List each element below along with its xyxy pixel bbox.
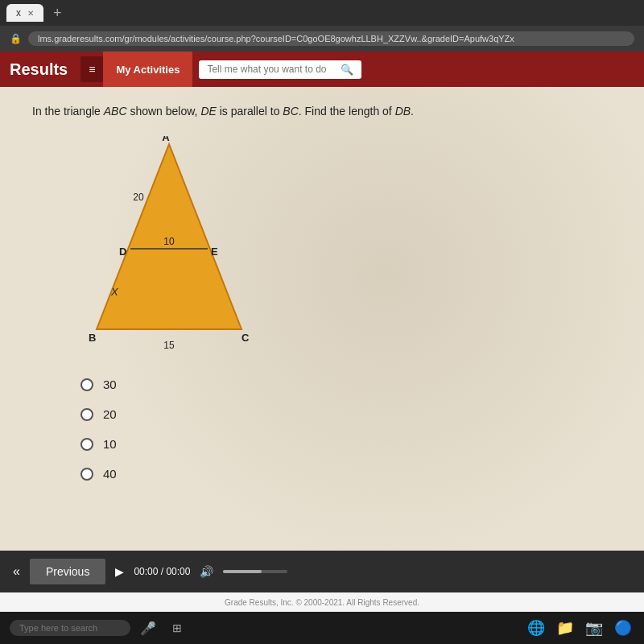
option-10-label: 10 [103,437,117,451]
option-10[interactable]: 10 [80,437,612,451]
search-input[interactable] [207,64,336,75]
main-content: In the triangle ABC shown below, DE is p… [0,87,644,554]
chrome-icon[interactable]: 🔵 [612,617,634,639]
my-activities-tab[interactable]: My Activities [103,52,192,87]
option-30[interactable]: 30 [80,378,612,391]
label-bc: 15 [163,340,175,351]
option-30-label: 30 [103,378,117,391]
footer: Grade Results, Inc. © 2000-2021. All Rig… [0,592,644,612]
answer-options: 30 20 10 40 [80,378,612,481]
footer-text: Grade Results, Inc. © 2000-2021. All Rig… [225,598,419,607]
nav-menu-icon[interactable]: ≡ [80,56,103,82]
taskbar: 🎤 ⊞ 🌐 📁 📷 🔵 [0,612,644,644]
search-icon[interactable]: 🔍 [341,64,353,76]
new-tab-button[interactable]: + [47,5,68,22]
label-x: X [110,286,119,298]
edge-icon[interactable]: 🌐 [525,617,547,639]
vertex-a-label: A [162,136,170,143]
radio-20[interactable] [80,408,93,421]
question-text: In the triangle ABC shown below, DE is p… [32,103,612,120]
taskbar-search-input[interactable] [10,620,130,636]
camera-icon[interactable]: 📷 [583,617,605,639]
play-button[interactable]: ▶ [115,565,124,578]
folder-icon[interactable]: 📁 [554,617,576,639]
app-logo: Results [10,60,68,79]
label-de: 10 [163,236,175,247]
option-40[interactable]: 40 [80,467,612,481]
progress-bar[interactable] [223,570,287,573]
radio-40[interactable] [80,468,93,481]
triangle-diagram: A B C D E 20 10 15 X [80,136,258,361]
previous-button[interactable]: Previous [30,559,105,584]
radio-30[interactable] [80,378,93,391]
option-20-label: 20 [103,407,117,421]
vertex-c-label: C [242,332,250,344]
radio-10[interactable] [80,438,93,451]
progress-fill [223,570,262,573]
hamburger-icon: ≡ [89,63,95,76]
lock-icon: 🔒 [10,33,22,44]
option-20[interactable]: 20 [80,407,612,421]
search-bar[interactable]: 🔍 [199,60,361,79]
label-ad: 20 [133,192,144,203]
option-40-label: 40 [103,467,117,481]
vertex-b-label: B [89,332,96,344]
tab-label: x [16,7,21,19]
volume-icon[interactable]: 🔊 [200,565,213,578]
bottom-bar: « Previous ▶ 00:00 / 00:00 🔊 [0,551,644,592]
vertex-e-label: E [211,246,218,258]
tab-bar: x ✕ + [6,4,68,22]
vertex-d-label: D [119,246,126,258]
time-display: 00:00 / 00:00 [134,566,190,577]
address-bar: 🔒 [0,26,644,52]
tab-close-icon[interactable]: ✕ [27,9,34,18]
app-header: Results ≡ My Activities 🔍 [0,52,644,87]
taskview-icon[interactable]: ⊞ [166,617,188,639]
address-input[interactable] [28,31,634,46]
triangle-svg: A B C D E 20 10 15 X [80,136,258,361]
browser-chrome: x ✕ + [0,0,644,26]
browser-tab[interactable]: x ✕ [6,4,43,22]
skip-back-icon[interactable]: « [13,564,20,579]
cortana-icon[interactable]: 🎤 [137,617,159,639]
